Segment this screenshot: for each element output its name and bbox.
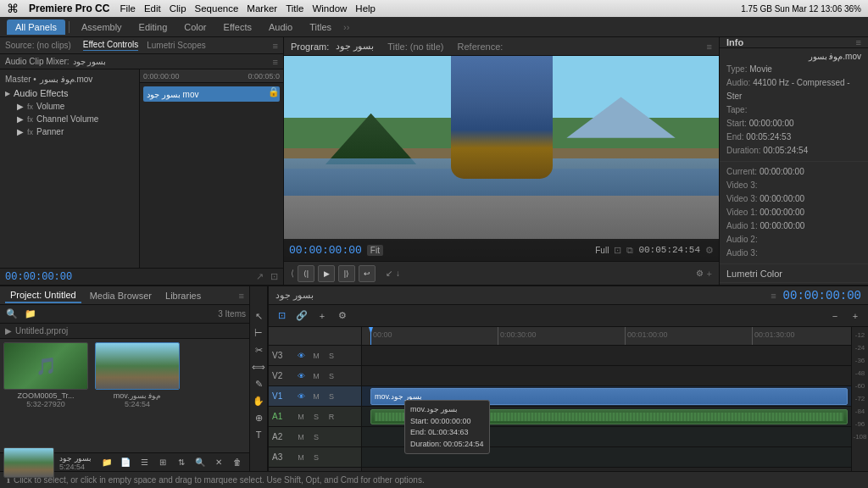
icon-view-btn[interactable]: ⊞ [154, 455, 171, 470]
effect-controls-tab[interactable]: Effect Controls [83, 40, 138, 51]
channel-volume-effect[interactable]: ▶ fx Channel Volume [0, 113, 139, 125]
pen-tool-btn[interactable]: ✎ [251, 376, 266, 391]
safe-margins-btn[interactable]: ⊡ [614, 245, 621, 256]
v3-lock-btn[interactable]: M [309, 349, 323, 363]
hand-tool-btn[interactable]: ✋ [251, 393, 266, 408]
overwrite-btn[interactable]: ↓ [396, 269, 400, 278]
selection-tool-btn[interactable]: ↖ [251, 308, 266, 324]
volume-effect[interactable]: ▶ fx Volume [0, 100, 139, 113]
menu-sequence[interactable]: Sequence [195, 3, 239, 14]
more-panels-btn[interactable]: ›› [343, 22, 349, 32]
info-type: Type: Movie [726, 63, 861, 76]
step-fwd-btn[interactable]: |⟩ [338, 265, 355, 282]
timeline-timecode[interactable]: 00:00:00:00 [783, 289, 861, 302]
effect-send-btn[interactable]: ↗ [256, 271, 264, 282]
tab-effects[interactable]: Effects [215, 19, 260, 35]
program-timecode[interactable]: 00:00:00:00 [289, 244, 362, 257]
v1-eye-btn[interactable]: 👁 [294, 390, 308, 403]
a1-record-btn[interactable]: R [325, 410, 338, 424]
zoom-tool-btn[interactable]: ⊕ [251, 410, 266, 425]
lumetri-tab[interactable]: Lumetri Scopes [147, 41, 205, 50]
lumetri-color-item[interactable]: Lumetri Color [720, 264, 868, 283]
step-back-btn[interactable]: ⟨| [298, 265, 314, 282]
razor-tool-btn[interactable]: ✂ [251, 342, 266, 358]
menu-clip[interactable]: Clip [170, 3, 186, 14]
a3-mute-btn[interactable]: M [294, 451, 308, 464]
delete-btn[interactable]: 🗑 [229, 455, 246, 470]
master-track-row[interactable] [362, 468, 851, 471]
project-item-0[interactable]: 🎵 ZOOM0005_Tr... 5:32-27920 [3, 342, 88, 408]
ripple-edit-btn[interactable]: ⊢ [251, 325, 266, 341]
linked-select-btn[interactable]: 🔗 [292, 308, 311, 324]
zoom-in-btn[interactable]: + [846, 308, 865, 324]
menu-window[interactable]: Window [312, 3, 347, 14]
project-menu-icon[interactable]: ≡ [239, 291, 244, 301]
timeline-menu-icon[interactable]: ≡ [771, 291, 776, 301]
v1-lock-btn[interactable]: M [309, 390, 323, 403]
compare-btn[interactable]: ⧉ [626, 245, 633, 256]
v2-track-row[interactable] [362, 366, 851, 386]
add-to-seq-btn[interactable]: + [707, 269, 712, 279]
lock-icon[interactable]: 🔒 [268, 86, 280, 97]
project-item-1[interactable]: mov.ﻡﻮﻓ ﺑﺴﻮﺭ 5:24:54 [95, 342, 180, 408]
fit-dropdown[interactable]: Fit [367, 245, 383, 256]
v3-solo-btn[interactable]: S [325, 349, 338, 363]
a1-solo-btn[interactable]: S [309, 410, 323, 424]
panel-menu-icon[interactable]: ≡ [273, 41, 278, 51]
v3-eye-btn[interactable]: 👁 [294, 349, 308, 363]
menu-title[interactable]: Title [286, 3, 303, 14]
project-search-icon[interactable]: 🔍 [3, 307, 20, 322]
tab-editing[interactable]: Editing [131, 19, 176, 35]
audio-effects-label[interactable]: ▶ Audio Effects [0, 86, 139, 100]
effect-clip-bar[interactable]: ﺑﺴﻮﺭ ﺟﻮﺩ mov [143, 86, 280, 102]
settings-btn[interactable]: ⚙ [705, 245, 714, 256]
list-view-btn[interactable]: ☰ [136, 455, 153, 470]
settings-btn2[interactable]: ⚙ [696, 269, 704, 278]
program-panel-menu[interactable]: ≡ [707, 42, 712, 52]
slip-tool-btn[interactable]: ⟺ [251, 359, 266, 374]
tab-color[interactable]: Color [175, 19, 214, 35]
a1-mute-btn[interactable]: M [294, 410, 308, 424]
type-tool-btn[interactable]: T [251, 427, 266, 442]
v2-eye-btn[interactable]: 👁 [294, 369, 308, 383]
menu-file[interactable]: File [120, 3, 136, 14]
tab-all-panels[interactable]: All Panels [7, 19, 65, 35]
info-menu-icon[interactable]: ≡ [856, 37, 861, 47]
new-bin-btn[interactable]: 📁 [98, 455, 115, 470]
sort-btn[interactable]: ⇅ [173, 455, 190, 470]
effect-expand-btn[interactable]: ⊡ [270, 271, 278, 282]
zoom-out-btn[interactable]: − [826, 308, 844, 324]
project-untitled-tab[interactable]: Project: Untitled [5, 288, 81, 303]
panner-effect[interactable]: ▶ fx Panner [0, 125, 139, 138]
snap-btn[interactable]: ⊡ [272, 308, 291, 324]
find-btn[interactable]: 🔍 [192, 455, 209, 470]
apple-menu[interactable]: ⌘ [7, 2, 19, 15]
clear-btn[interactable]: ✕ [210, 455, 227, 470]
audio-panel-menu[interactable]: ≡ [273, 57, 278, 67]
loop-btn[interactable]: ↩ [359, 265, 376, 282]
project-new-folder-icon[interactable]: 📁 [22, 307, 39, 322]
menu-help[interactable]: Help [355, 3, 376, 14]
menu-marker[interactable]: Marker [247, 3, 277, 14]
libraries-tab[interactable]: Libraries [160, 289, 206, 302]
a2-solo-btn[interactable]: S [309, 430, 323, 444]
add-tracks-btn[interactable]: + [313, 308, 331, 324]
timeline-settings-btn[interactable]: ⚙ [333, 308, 352, 324]
v3-track-row[interactable] [362, 346, 851, 366]
master-label: Master • [5, 75, 36, 84]
footer-info: ﺑﺴﻮﺭ ﺟﻮﺩ 5:24:54 [59, 454, 92, 471]
menu-edit[interactable]: Edit [144, 3, 161, 14]
new-item-btn[interactable]: 📄 [117, 455, 134, 470]
media-browser-tab[interactable]: Media Browser [85, 289, 157, 302]
v1-solo-btn[interactable]: S [325, 390, 338, 403]
play-btn[interactable]: ▶ [318, 265, 335, 282]
insert-btn[interactable]: ↙ [386, 269, 392, 278]
a2-mute-btn[interactable]: M [294, 430, 308, 444]
tab-audio[interactable]: Audio [260, 19, 301, 35]
a3-solo-btn[interactable]: S [309, 451, 323, 464]
v2-lock-btn[interactable]: M [309, 369, 323, 383]
tab-assembly[interactable]: Assembly [73, 19, 131, 35]
mark-in-btn[interactable]: ⟨ [291, 269, 294, 278]
v2-solo-btn[interactable]: S [325, 369, 338, 383]
tab-titles[interactable]: Titles [301, 19, 340, 35]
